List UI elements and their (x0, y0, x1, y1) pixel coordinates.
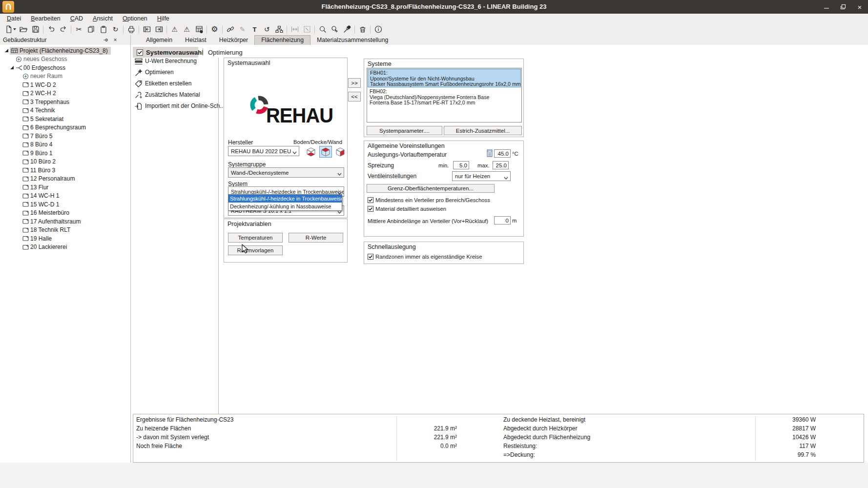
tree-item-room[interactable]: 2 WC-H 2 (0, 89, 130, 98)
tree-item-room[interactable]: 12 Personalraum (0, 175, 130, 183)
grenz-oberflaechentemperaturen-button[interactable]: Grenz-Oberflächentemperaturen... (367, 184, 495, 193)
paste-icon[interactable] (97, 24, 109, 35)
dock-right-icon[interactable] (153, 24, 165, 35)
tab-allgemein[interactable]: Allgemein (140, 35, 179, 45)
subtab-optimierung[interactable]: Optimierung (208, 49, 243, 56)
nav-item-import-online[interactable]: Importiert mit der Online-Sch... (134, 102, 225, 110)
tab-heizkoerper[interactable]: Heizkörper (213, 35, 254, 45)
tab-heizlast[interactable]: Heizlast (179, 35, 213, 45)
calculator-icon[interactable] (487, 149, 493, 159)
systemgruppe-select[interactable]: Wand-/Deckensysteme (228, 167, 344, 178)
save-icon[interactable] (29, 24, 41, 35)
print-icon[interactable] (125, 24, 137, 35)
raumvorlagen-button[interactable]: Raumvorlagen (228, 245, 283, 255)
anbindelaenge-input[interactable]: 0 (494, 216, 511, 224)
info-icon[interactable] (372, 24, 384, 35)
tree-item-floor[interactable]: 00 Erdgeschoss (0, 63, 130, 72)
minimize-button[interactable] (818, 0, 835, 14)
add-system-button[interactable]: >> (348, 78, 361, 88)
text-label-icon[interactable]: T (248, 24, 261, 35)
menu-item-ansicht[interactable]: Ansicht (88, 14, 118, 23)
tree-item-room[interactable]: 3 Treppenhaus (0, 98, 130, 106)
maximize-button[interactable] (835, 0, 851, 14)
dropdown-option-selected[interactable]: Strahlungskühl-/-heizdecke in Trockenbau… (228, 195, 342, 203)
open-file-icon[interactable] (17, 24, 29, 35)
dock-left-icon[interactable] (141, 24, 153, 35)
refresh-icon[interactable]: ↺ (261, 24, 273, 35)
r-werte-button[interactable]: R-Werte (289, 233, 343, 243)
tree-item-room[interactable]: 18 Technik RLT (0, 226, 130, 235)
vorlauftemperatur-input[interactable]: 45.0 (494, 149, 511, 158)
menu-item-hilfe[interactable]: Hilfe (152, 14, 174, 23)
spreizung-max-input[interactable]: 25.0 (493, 161, 509, 169)
replace-icon[interactable]: ↻ (109, 24, 122, 35)
system-entry-fbh02[interactable]: FBH02: Viega (Deutschland)/Noppensysteme… (368, 88, 521, 106)
wall-cube-icon[interactable] (334, 146, 347, 158)
tree-item-room[interactable]: 9 Büro 1 (0, 149, 130, 158)
menu-item-cad[interactable]: CAD (65, 14, 88, 23)
pipette-icon[interactable] (341, 24, 353, 35)
ventil-select[interactable]: nur für Heizen (452, 171, 511, 181)
menu-item-optionen[interactable]: Optionen (118, 14, 152, 23)
delete-trash-icon[interactable] (356, 24, 369, 35)
tree-item-room[interactable]: 5 Sekretariat (0, 115, 130, 123)
menu-item-bearbeiten[interactable]: Bearbeiten (26, 14, 65, 23)
tree-item-room[interactable]: 11 Büro 3 (0, 166, 130, 175)
estrich-zusatzmittel-button[interactable]: Estrich-Zusatzmittel... (444, 126, 522, 135)
structure-icon[interactable] (273, 24, 285, 35)
tree-item-room[interactable]: 16 Meisterbüro (0, 209, 130, 218)
link-icon[interactable] (224, 24, 236, 35)
systemparameter-button[interactable]: Systemparameter.... (367, 126, 442, 135)
tree-item-room[interactable]: 19 Halle (0, 234, 130, 243)
tab-flaechenheizung[interactable]: Flächenheizung (254, 35, 310, 45)
tree-item-room[interactable]: 6 Besprechungsraum (0, 123, 130, 132)
tree-item-room[interactable]: 10 Büro 2 (0, 158, 130, 166)
material-checkbox-label[interactable]: Material detailliert ausweisen (375, 206, 446, 212)
expander-icon[interactable] (8, 65, 15, 70)
verteiler-checkbox-label[interactable]: Mindestens ein Verteiler pro Bereich/Ges… (375, 197, 490, 203)
checked-checkbox-icon[interactable] (368, 197, 373, 203)
tree-item-new-room[interactable]: neuer Raum (0, 72, 130, 81)
copy-icon[interactable] (85, 24, 97, 35)
new-document-dropdown-icon[interactable] (13, 28, 16, 30)
system-entry-fbh01[interactable]: FBH01: Uponor/Systeme für den Nicht-Wohn… (368, 69, 521, 87)
close-icon[interactable]: × (111, 36, 119, 44)
zoom-icon[interactable] (316, 24, 329, 35)
tree-item-room[interactable]: 15 WC-D 1 (0, 200, 130, 209)
ceiling-cube-icon[interactable] (319, 146, 332, 158)
nav-item-zusatz-material[interactable]: Zusätzliches Material (134, 90, 200, 99)
pin-icon[interactable] (102, 36, 110, 44)
temperaturen-button[interactable]: Temperaturen (228, 233, 283, 243)
tree-item-new-floor[interactable]: neues Geschoss (0, 55, 130, 64)
tree-item-room[interactable]: 1 WC-D 2 (0, 81, 130, 89)
close-button[interactable]: × (851, 0, 868, 14)
cut-icon[interactable]: ✂ (73, 24, 85, 35)
floor-cube-icon[interactable] (305, 146, 317, 158)
tree-item-room[interactable]: 7 Büro 5 (0, 132, 130, 141)
warning-list-icon[interactable]: ⚠ (168, 24, 181, 35)
remove-system-button[interactable]: << (348, 92, 361, 102)
nav-item-etiketten[interactable]: Etiketten erstellen (134, 79, 191, 88)
checked-checkbox-icon[interactable] (368, 254, 373, 260)
nav-item-uwert[interactable]: U-Wert Berechnung (134, 57, 197, 65)
tree-item-room[interactable]: 8 Büro 4 (0, 141, 130, 149)
checked-checkbox-icon[interactable] (368, 206, 373, 212)
expander-icon[interactable] (3, 48, 10, 53)
tree-item-room[interactable]: 17 Aufenthaltsraum (0, 217, 130, 226)
settings-gear-icon[interactable]: ⚙ (208, 24, 221, 35)
tree-item-project[interactable]: Projekt (Flächenheizung-CS23_8) (0, 46, 130, 55)
calculation-table-icon[interactable] (193, 24, 205, 35)
menu-item-datei[interactable]: Datei (2, 14, 26, 23)
randzonen-checkbox-label[interactable]: Randzonen immer als eigenständige Kreise (375, 254, 482, 260)
redo-icon[interactable] (57, 24, 69, 35)
undo-icon[interactable] (45, 24, 57, 35)
zoom-extended-icon[interactable] (329, 24, 341, 35)
subtab-systemvorauswahl[interactable]: Systemvorauswahl (133, 47, 198, 58)
nav-item-optimieren[interactable]: Optimieren (134, 68, 174, 77)
systems-listbox[interactable]: FBH01: Uponor/Systeme für den Nicht-Wohn… (367, 68, 522, 122)
hersteller-select[interactable]: REHAU BAU 2022 DEU (228, 146, 299, 156)
dropdown-option[interactable]: Deckenheizung/-kühlung in Nassbauweise (228, 203, 342, 210)
tree-item-room[interactable]: 4 Technik (0, 106, 130, 115)
spreizung-min-input[interactable]: 5.0 (453, 161, 469, 169)
tree-item-room[interactable]: 13 Flur (0, 183, 130, 192)
